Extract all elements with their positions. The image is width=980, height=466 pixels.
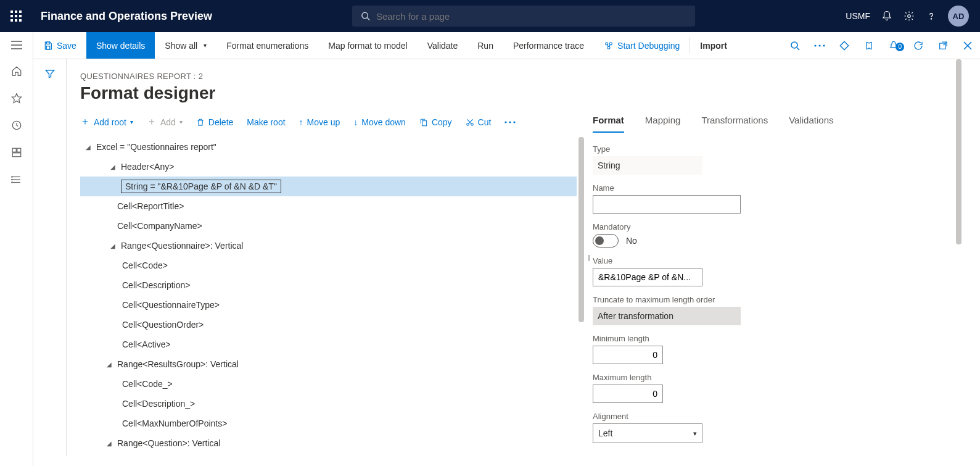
add-root-button[interactable]: ＋Add root▾ <box>80 115 133 128</box>
filter-icon[interactable] <box>44 68 56 456</box>
alignment-select[interactable]: Left ▾ <box>593 423 702 443</box>
minlen-input[interactable] <box>593 346 663 364</box>
attach-icon[interactable] <box>832 40 857 51</box>
more-tree-icon[interactable] <box>504 121 516 123</box>
tab-transformations[interactable]: Transformations <box>701 107 768 133</box>
show-all-button[interactable]: Show all▾ <box>155 32 216 59</box>
search-action-icon[interactable] <box>783 41 807 51</box>
name-label: Name <box>593 183 753 193</box>
help-icon[interactable] <box>926 10 937 22</box>
save-button[interactable]: Save <box>33 32 86 59</box>
move-up-button[interactable]: ↑Move up <box>299 117 340 127</box>
minlen-label: Minimum length <box>593 334 753 343</box>
svg-line-23 <box>607 44 608 47</box>
panel-scrollbar[interactable] <box>956 59 961 244</box>
trash-icon <box>196 117 205 127</box>
star-icon[interactable] <box>11 93 22 104</box>
company-code[interactable]: USMF <box>846 11 870 21</box>
svg-point-29 <box>823 44 825 46</box>
tree-node[interactable]: Cell<Description_> <box>80 394 577 414</box>
tree-node[interactable]: Cell<Description> <box>80 275 577 295</box>
truncate-value[interactable]: After transformation <box>593 307 741 325</box>
more-actions-icon[interactable] <box>807 44 832 47</box>
app-launcher-icon[interactable] <box>0 10 32 22</box>
search-input[interactable] <box>376 11 686 22</box>
tab-format[interactable]: Format <box>593 107 624 133</box>
map-format-button[interactable]: Map format to model <box>318 32 417 59</box>
map-icon[interactable] <box>857 40 881 51</box>
save-icon <box>43 41 53 51</box>
page-title: Format designer <box>80 83 584 103</box>
home-icon[interactable] <box>11 65 22 77</box>
svg-point-16 <box>11 179 12 180</box>
show-details-button[interactable]: Show details <box>86 32 155 59</box>
value-input[interactable] <box>593 268 702 286</box>
tree-node-selected[interactable]: ◢String = "&R&10Page &P of &N &D &T" <box>80 177 577 196</box>
run-button[interactable]: Run <box>467 32 503 59</box>
name-input[interactable] <box>593 195 741 214</box>
notifications-icon[interactable]: 0 <box>881 40 906 51</box>
svg-point-15 <box>11 177 12 178</box>
tree-node[interactable]: ◢Range<ResultsGroup>: Vertical <box>80 354 577 374</box>
copy-button[interactable]: Copy <box>419 117 452 127</box>
tree-node[interactable]: Cell<Code_> <box>80 374 577 394</box>
tree-node[interactable]: ◢Header<Any> <box>80 157 577 177</box>
tree-node[interactable]: Cell<CompanyName> <box>80 216 577 236</box>
start-debugging-button[interactable]: Start Debugging <box>594 32 690 59</box>
svg-rect-9 <box>12 148 16 152</box>
format-enumerations-button[interactable]: Format enumerations <box>216 32 318 59</box>
refresh-icon[interactable] <box>906 40 931 51</box>
tree-node[interactable]: ◢Range<Questionnaire>: Vertical <box>80 236 577 256</box>
tab-validations[interactable]: Validations <box>789 107 833 133</box>
chevron-down-icon: ▾ <box>693 430 697 438</box>
tree-node[interactable]: Cell<QuestionnaireType> <box>80 295 577 315</box>
close-icon[interactable] <box>955 41 980 50</box>
tree-node[interactable]: Cell<ReportTitle> <box>80 196 577 216</box>
import-button[interactable]: Import <box>690 32 737 59</box>
arrow-down-icon: ↓ <box>353 117 358 127</box>
svg-point-38 <box>514 121 516 123</box>
validate-button[interactable]: Validate <box>418 32 468 59</box>
svg-rect-10 <box>17 148 20 152</box>
modules-icon[interactable] <box>11 174 22 185</box>
splitter-handle[interactable]: || <box>584 59 593 456</box>
search-box[interactable] <box>352 6 695 27</box>
svg-point-36 <box>505 121 507 123</box>
make-root-button[interactable]: Make root <box>247 117 285 127</box>
recent-icon[interactable] <box>11 120 22 131</box>
svg-rect-11 <box>12 153 21 157</box>
notifications-badge: 0 <box>896 43 904 51</box>
mandatory-toggle[interactable] <box>593 234 619 248</box>
value-label: Value <box>593 256 753 265</box>
tree-node[interactable]: Cell<Active> <box>80 335 577 354</box>
delete-button[interactable]: Delete <box>196 117 233 127</box>
mandatory-value: No <box>626 236 637 246</box>
tree-node[interactable]: Cell<Code> <box>80 256 577 275</box>
svg-rect-33 <box>422 120 427 125</box>
svg-point-0 <box>362 12 368 19</box>
tree-node[interactable]: Cell<MaxNumberOfPoints> <box>80 414 577 433</box>
tree-scrollbar[interactable] <box>579 137 584 322</box>
svg-rect-19 <box>46 46 49 49</box>
move-down-button[interactable]: ↓Move down <box>353 117 406 127</box>
maxlen-input[interactable] <box>593 385 663 403</box>
svg-point-25 <box>791 42 797 48</box>
avatar[interactable]: AD <box>948 6 969 27</box>
tab-mapping[interactable]: Mapping <box>645 107 681 133</box>
performance-trace-button[interactable]: Performance trace <box>503 32 594 59</box>
breadcrumb: QUESTIONNAIRES REPORT : 2 <box>80 72 584 81</box>
gear-icon[interactable] <box>904 10 915 22</box>
search-icon <box>361 11 370 21</box>
svg-point-27 <box>814 44 816 46</box>
popout-icon[interactable] <box>931 41 955 51</box>
workspace-icon[interactable] <box>11 147 22 158</box>
svg-point-28 <box>818 44 820 46</box>
tree-node[interactable]: Cell<QuestionOrder> <box>80 315 577 335</box>
cut-icon <box>466 117 474 127</box>
hamburger-icon[interactable] <box>11 41 22 49</box>
bell-icon[interactable] <box>881 10 892 22</box>
svg-line-24 <box>609 44 610 47</box>
tree-node[interactable]: ◢Excel = "Questionnaires report" <box>80 137 577 157</box>
tree-node[interactable]: ◢Range<Question>: Vertical <box>80 433 577 453</box>
cut-button[interactable]: Cut <box>466 117 492 127</box>
